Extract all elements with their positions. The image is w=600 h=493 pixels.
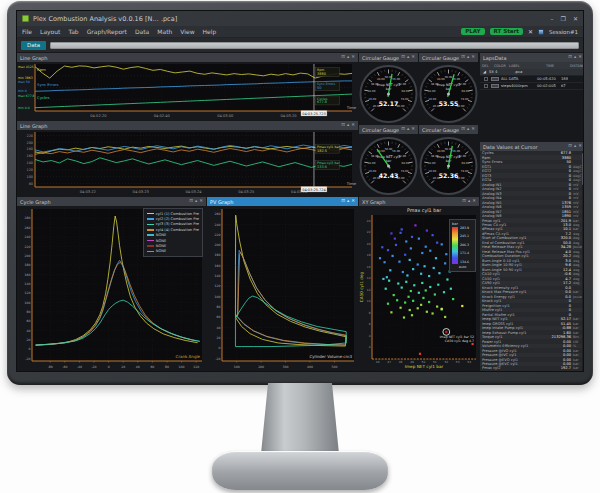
value-name: Imep Exhaust Pump cyl1 (480, 331, 549, 335)
laps-row[interactable]: ALL DATA00:05:420188 (480, 76, 584, 83)
panel-close-icon[interactable]: ✕ (578, 55, 582, 60)
play-button[interactable]: PLAY (461, 28, 484, 36)
svg-text:56.00: 56.00 (452, 149, 460, 153)
timeline-slider[interactable] (50, 42, 579, 49)
gauge-svg-cyl2: 20.0026.0032.0038.0044.0050.0056.0062.00… (419, 62, 478, 124)
panel-collapse-icon[interactable]: ▴ (195, 199, 197, 204)
value-number: 1359 (549, 205, 571, 209)
window-minimize-button[interactable]: – (551, 15, 554, 22)
panel-title: Cycle Graph (20, 199, 187, 205)
window-title: Plex Combustion Analysis v0.0.16 [N… .pc… (33, 15, 547, 23)
legend-label: cyl4 (4) Combustion Pre (156, 228, 199, 232)
value-name: Misfire cyl1 (480, 308, 549, 312)
panel-collapse-icon[interactable]: ▴ (347, 199, 349, 204)
svg-text:-60: -60 (62, 365, 67, 369)
svg-text:4: 4 (369, 334, 371, 338)
panel-close-icon[interactable]: ✕ (578, 144, 582, 149)
color-swatch[interactable] (491, 84, 499, 88)
panel-close-icon[interactable]: ✕ (351, 55, 355, 60)
menu-item-layout[interactable]: Layout (40, 28, 60, 35)
svg-text:100: 100 (25, 301, 31, 305)
legend-item[interactable]: NONE (147, 249, 199, 254)
legend-label: cyl2 (2) Combustion Pre (156, 217, 199, 221)
svg-text:54: 54 (467, 360, 471, 364)
colorbar-label: 134.6 (460, 261, 469, 264)
panel-popout-icon[interactable]: ⊡ (401, 127, 405, 132)
colorbar-label: 206.3 (460, 244, 469, 247)
svg-text:140: 140 (27, 161, 33, 165)
tab-data[interactable]: Data (21, 41, 46, 50)
delete-checkbox[interactable] (484, 77, 488, 81)
panel-popout-icon[interactable]: ⊡ (341, 123, 345, 128)
window-close-button[interactable]: ✕ (573, 15, 578, 22)
color-swatch[interactable] (491, 77, 499, 81)
pv-svg: -200204060801001201401601802002202402601… (207, 206, 358, 371)
panel-popout-icon[interactable]: ⊡ (341, 199, 345, 204)
colorbar-auto-label[interactable]: auto (452, 265, 473, 269)
table-scrollbar[interactable] (582, 151, 584, 371)
panel-title: Circular Gauge (422, 127, 459, 133)
panel-close-icon[interactable]: ✕ (411, 127, 415, 132)
panel-close-icon[interactable]: ✕ (411, 55, 415, 60)
legend-swatch-icon (147, 245, 154, 247)
laps-row[interactable]: steps4000rpm00:02:00567 (480, 83, 584, 90)
rt-start-button[interactable]: RT Start (490, 28, 523, 36)
value-name: Imep GROSS cyl1 (480, 322, 549, 326)
scrollbar-thumb[interactable] (582, 153, 584, 185)
svg-text:32.00: 32.00 (368, 161, 376, 165)
panel-collapse-icon[interactable]: ▴ (574, 144, 576, 149)
menu-item-help[interactable]: Help (203, 28, 217, 35)
value-name: Torque cyl1 (480, 335, 549, 339)
svg-text:18: 18 (367, 253, 371, 257)
panel-close-icon[interactable]: ✕ (472, 199, 476, 204)
panel-close-icon[interactable]: ✕ (471, 55, 475, 60)
svg-text:04:02:40: 04:02:40 (154, 114, 171, 118)
menu-item-graphreport[interactable]: Graph/Report (87, 28, 127, 35)
svg-text:3880: 3880 (317, 72, 326, 76)
panel-collapse-icon[interactable]: ▴ (467, 55, 469, 60)
svg-text:26.00: 26.00 (428, 97, 436, 101)
panel-collapse-icon[interactable]: ▴ (347, 123, 349, 128)
laps-column-header: COLOR (492, 64, 507, 68)
panel-collapse-icon[interactable]: ▴ (347, 55, 349, 60)
value-name: Analog IN5 (480, 201, 549, 205)
svg-text:74.00: 74.00 (461, 169, 469, 173)
delete-checkbox[interactable] (484, 84, 488, 88)
menu-item-math[interactable]: Math (157, 28, 172, 35)
panel-close-icon[interactable]: ✕ (471, 127, 475, 132)
stop-icon[interactable]: ✕ (528, 28, 533, 35)
panel-popout-icon[interactable]: ⊡ (401, 55, 405, 60)
panel-popout-icon[interactable]: ⊡ (462, 199, 466, 204)
svg-text:51: 51 (433, 360, 437, 364)
panel-title: Data Values at Cursor (483, 144, 566, 150)
panel-close-icon[interactable]: ✕ (199, 199, 203, 204)
device-icon[interactable] (538, 29, 544, 35)
panel-collapse-icon[interactable]: ▴ (574, 55, 576, 60)
panel-close-icon[interactable]: ✕ (351, 199, 355, 204)
xy-scatter-chart: 24681012141618202224464748495051525354Pm… (359, 206, 479, 371)
panel-collapse-icon[interactable]: ▴ (407, 55, 409, 60)
menu-item-view[interactable]: View (180, 28, 194, 35)
trend1-svg: 04:02:2004:02:4004:03:0004:03:20Rpmmax 4… (17, 62, 358, 120)
panel-close-icon[interactable]: ✕ (351, 123, 355, 128)
panel-collapse-icon[interactable]: ▴ (468, 199, 470, 204)
panel-popout-icon[interactable]: ⊡ (568, 144, 572, 149)
menu-item-data[interactable]: Data (135, 28, 149, 35)
value-name: Start of Combustion cyl1 (480, 236, 549, 240)
value-number: 0 (549, 178, 571, 182)
svg-text:240: 240 (215, 223, 221, 227)
panel-collapse-icon[interactable]: ▴ (467, 127, 469, 132)
panel-collapse-icon[interactable]: ▴ (407, 127, 409, 132)
menu-item-tab[interactable]: Tab (68, 28, 78, 35)
panel-popout-icon[interactable]: ⊡ (341, 55, 345, 60)
menu-item-file[interactable]: File (22, 28, 32, 35)
value-number: 213298.36 (549, 335, 571, 339)
window-maximize-button[interactable]: ❐ (561, 15, 566, 22)
panel-circular-gauge-2: Circular Gauge⊡▴✕ 20.0026.0032.0038.0044… (419, 53, 478, 124)
svg-text:Cycles: Cycles (37, 95, 49, 100)
panel-popout-icon[interactable]: ⊡ (568, 55, 572, 60)
gauge-cyl4: 20.0026.0032.0038.0044.0050.0056.0062.00… (419, 134, 478, 196)
panel-popout-icon[interactable]: ⊡ (461, 55, 465, 60)
panel-popout-icon[interactable]: ⊡ (461, 127, 465, 132)
panel-popout-icon[interactable]: ⊡ (189, 199, 193, 204)
